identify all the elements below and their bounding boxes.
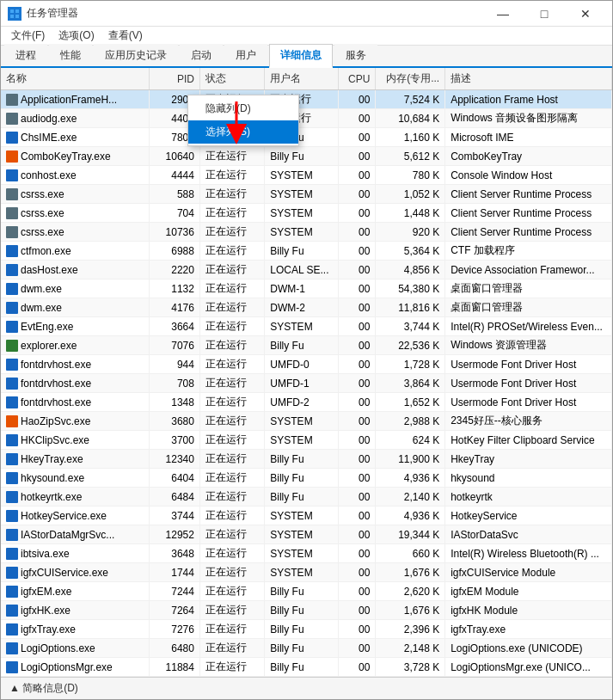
table-row[interactable]: HkeyTray.exe 12340 正在运行 Billy Fu 00 11,9… [1, 450, 612, 469]
table-row[interactable]: conhost.exe 4444 正在运行 SYSTEM 00 780 K Co… [1, 166, 612, 185]
process-name: igfxCUIService.exe [21, 567, 108, 579]
table-row[interactable]: LogiOptionsMgr.exe 11884 正在运行 Billy Fu 0… [1, 658, 612, 677]
cell-mem: 22,536 K [376, 336, 445, 355]
cell-name: audiodg.exe [1, 109, 149, 128]
table-row[interactable]: IAStorDataMgrSvc... 12952 正在运行 SYSTEM 00… [1, 525, 612, 544]
col-header-status[interactable]: 状态 [199, 68, 264, 90]
col-header-user[interactable]: 用户名 [265, 68, 339, 90]
table-row[interactable]: hkysound.exe 6404 正在运行 Billy Fu 00 4,936… [1, 469, 612, 488]
close-button[interactable]: ✕ [566, 1, 605, 27]
maximize-button[interactable]: □ [524, 1, 564, 27]
table-row[interactable]: HaoZipSvc.exe 3680 正在运行 SYSTEM 00 2,988 … [1, 412, 612, 431]
cell-user: Billy Fu [265, 242, 339, 261]
table-row[interactable]: fontdrvhost.exe 708 正在运行 UMFD-1 00 3,864… [1, 374, 612, 393]
cell-mem: 1,652 K [376, 393, 445, 412]
table-row[interactable]: csrss.exe 704 正在运行 SYSTEM 00 1,448 K Cli… [1, 204, 612, 223]
table-row[interactable]: ctfmon.exe 6988 正在运行 Billy Fu 00 5,364 K… [1, 242, 612, 261]
cell-name: fontdrvhost.exe [1, 393, 149, 412]
table-row[interactable]: HotkeyService.exe 3744 正在运行 SYSTEM 00 4,… [1, 507, 612, 525]
tab-process[interactable]: 进程 [4, 44, 47, 66]
context-menu: 隐藏列(D) 选择列(S) [187, 95, 299, 146]
table-row[interactable]: igfxHK.exe 7264 正在运行 Billy Fu 00 1,676 K… [1, 601, 612, 620]
table-row[interactable]: igfxTray.exe 7276 正在运行 Billy Fu 00 2,396… [1, 620, 612, 639]
cell-name: HaoZipSvc.exe [1, 412, 149, 431]
cell-pid: 1132 [149, 279, 199, 298]
table-row[interactable]: audiodg.exe 4404 正在运行 正在运行 00 10,684 K W… [1, 109, 612, 128]
cell-mem: 660 K [376, 544, 445, 563]
process-name: ibtsiva.exe [21, 548, 70, 560]
cell-status: 正在运行 [199, 563, 264, 582]
cell-pid: 7076 [149, 336, 199, 355]
table-row[interactable]: explorer.exe 7076 正在运行 Billy Fu 00 22,53… [1, 336, 612, 355]
cell-name: dwm.exe [1, 279, 149, 298]
table-row[interactable]: dwm.exe 1132 正在运行 DWM-1 00 54,380 K 桌面窗口… [1, 279, 612, 298]
tab-users[interactable]: 用户 [224, 44, 267, 66]
ctx-hide-columns[interactable]: 隐藏列(D) [188, 97, 298, 120]
cell-pid: 11884 [149, 658, 199, 677]
table-row[interactable]: dasHost.exe 2220 正在运行 LOCAL SE... 00 4,8… [1, 261, 612, 279]
col-header-cpu[interactable]: CPU [339, 68, 376, 90]
process-name: dasHost.exe [21, 264, 78, 276]
cell-desc: IAStorDataSvc [445, 525, 612, 544]
cell-cpu: 00 [339, 147, 376, 166]
menu-file[interactable]: 文件(F) [4, 27, 52, 45]
tab-startup[interactable]: 启动 [180, 44, 223, 66]
col-header-name[interactable]: 名称 [1, 68, 149, 90]
cell-pid: 708 [149, 374, 199, 393]
menu-view[interactable]: 查看(V) [101, 27, 150, 45]
table-row[interactable]: EvtEng.exe 3664 正在运行 SYSTEM 00 3,744 K I… [1, 317, 612, 336]
table-row[interactable]: igfxEM.exe 7244 正在运行 Billy Fu 00 2,620 K… [1, 582, 612, 601]
table-row[interactable]: LogiOptions.exe 6480 正在运行 Billy Fu 00 2,… [1, 639, 612, 658]
cell-mem: 11,816 K [376, 298, 445, 317]
cell-desc: igfxTray.exe [445, 620, 612, 639]
cell-cpu: 00 [339, 601, 376, 620]
cell-mem: 5,364 K [376, 242, 445, 261]
cell-user: Billy Fu [265, 469, 339, 488]
table-row[interactable]: csrss.exe 588 正在运行 SYSTEM 00 1,052 K Cli… [1, 185, 612, 204]
table-row[interactable]: ComboKeyTray.exe 10640 正在运行 Billy Fu 00 … [1, 147, 612, 166]
cell-mem: 2,620 K [376, 582, 445, 601]
table-row[interactable]: ibtsiva.exe 3648 正在运行 SYSTEM 00 660 K In… [1, 544, 612, 563]
cell-cpu: 00 [339, 204, 376, 223]
cell-user: Billy Fu [265, 639, 339, 658]
table-body: ApplicationFrameH... 2908 正在运行 正在运行 00 7… [1, 90, 612, 677]
cell-name: HkeyTray.exe [1, 450, 149, 469]
cell-pid: 6480 [149, 639, 199, 658]
cell-desc: Intel(R) PROSet/Wireless Even... [445, 317, 612, 336]
table-row[interactable]: ApplicationFrameH... 2908 正在运行 正在运行 00 7… [1, 90, 612, 109]
table-row[interactable]: HKClipSvc.exe 3700 正在运行 SYSTEM 00 624 K … [1, 431, 612, 450]
cell-pid: 6988 [149, 242, 199, 261]
minimize-button[interactable]: — [483, 1, 523, 27]
tab-performance[interactable]: 性能 [49, 44, 92, 66]
title-bar-left: 任务管理器 [8, 6, 78, 21]
table-row[interactable]: fontdrvhost.exe 944 正在运行 UMFD-0 00 1,728… [1, 355, 612, 374]
cell-cpu: 00 [339, 393, 376, 412]
cell-user: DWM-1 [265, 279, 339, 298]
process-name: ctfmon.exe [21, 245, 71, 257]
col-header-desc[interactable]: 描述 [445, 68, 612, 90]
table-row[interactable]: igfxCUIService.exe 1744 正在运行 SYSTEM 00 1… [1, 563, 612, 582]
cell-cpu: 00 [339, 450, 376, 469]
table-row[interactable]: fontdrvhost.exe 1348 正在运行 UMFD-2 00 1,65… [1, 393, 612, 412]
cell-desc: Device Association Framewor... [445, 261, 612, 279]
cell-status: 正在运行 [199, 166, 264, 185]
table-row[interactable]: csrss.exe 10736 正在运行 SYSTEM 00 920 K Cli… [1, 223, 612, 242]
ctx-select-columns[interactable]: 选择列(S) [188, 120, 298, 144]
table-row[interactable]: dwm.exe 4176 正在运行 DWM-2 00 11,816 K 桌面窗口… [1, 298, 612, 317]
col-header-mem[interactable]: 内存(专用... [376, 68, 445, 90]
tab-app-history[interactable]: 应用历史记录 [94, 44, 178, 66]
cell-desc: LogiOptions.exe (UNICODE) [445, 639, 612, 658]
menu-options[interactable]: 选项(O) [52, 27, 101, 45]
tab-services[interactable]: 服务 [334, 44, 377, 66]
process-table-container[interactable]: 名称 PID 状态 用户名 CPU 内存(专用... 描述 Applicatio… [1, 68, 612, 677]
col-header-pid[interactable]: PID [149, 68, 199, 90]
table-row[interactable]: hotkeyrtk.exe 6484 正在运行 Billy Fu 00 2,14… [1, 488, 612, 507]
status-bar-label[interactable]: ▲ 简略信息(D) [9, 681, 78, 696]
table-row[interactable]: ChsIME.exe 7808 正在运行 Billy Fu 00 1,160 K… [1, 128, 612, 147]
cell-pid: 944 [149, 355, 199, 374]
cell-user: LOCAL SE... [265, 261, 339, 279]
process-name: HkeyTray.exe [21, 453, 83, 465]
tab-details[interactable]: 详细信息 [269, 44, 333, 68]
cell-name: LogiOptionsMgr.exe [1, 658, 149, 677]
cell-cpu: 00 [339, 336, 376, 355]
